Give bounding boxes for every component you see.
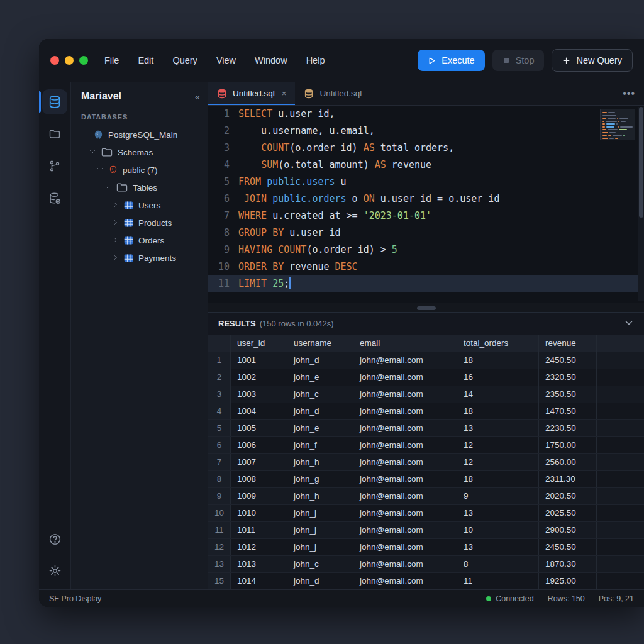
gear-icon[interactable] [42,558,67,583]
cell-email[interactable]: john@email.com [353,556,457,572]
cell-revenue[interactable]: 2450.50 [539,352,597,369]
cell-revenue[interactable]: 2320.50 [539,369,597,386]
code-line-10[interactable]: 10ORDER BY revenue DESC [208,258,644,275]
tab-1[interactable]: Untitled.sql× [208,82,295,105]
result-row-13[interactable]: 131013john_cjohn@email.com81870.30 [208,556,644,573]
code-line-1[interactable]: 1SELECT u.user_id, [208,106,644,123]
cell-username[interactable]: john_d [287,352,353,369]
chevron-down-icon[interactable] [89,148,96,157]
cell-username[interactable]: john_j [287,539,353,555]
result-row-12[interactable]: 121012john_jjohn@email.com132450.50 [208,539,644,556]
branch-icon[interactable] [42,153,67,179]
result-row-4[interactable]: 41004john_djohn@email.com181470.50 [208,403,644,420]
menu-edit[interactable]: Edit [138,55,153,65]
cell-user_id[interactable]: 1013 [231,556,287,572]
editor-scrollbar-thumb[interactable] [639,107,643,218]
cell-revenue[interactable]: 2900.50 [539,522,597,538]
cell-total_orders[interactable]: 14 [457,386,539,402]
cell-total_orders[interactable]: 8 [457,556,539,572]
cell-username[interactable]: john_h [287,454,353,470]
cell-revenue[interactable]: 2311.30 [539,471,597,487]
code-line-4[interactable]: 4 SUM(o.total_amount) AS revenue [208,157,644,174]
cell-username[interactable]: john_j [287,505,353,521]
chevron-right-icon[interactable] [111,254,119,262]
editor-scrollbar[interactable] [638,107,644,301]
cell-email[interactable]: john@email.com [353,437,457,453]
cell-total_orders[interactable]: 13 [457,505,539,521]
menu-help[interactable]: Help [306,55,325,65]
cell-email[interactable]: john@email.com [353,539,457,555]
cell-revenue[interactable]: 2020.50 [539,488,597,504]
column-header-total_orders[interactable]: total_orders [457,335,539,352]
result-row-2[interactable]: 21002john_ejohn@email.com162320.50 [208,369,644,386]
result-row-8[interactable]: 81008john_gjohn@email.com182311.30 [208,471,644,488]
editor-results-splitter[interactable] [208,303,644,313]
menu-file[interactable]: File [104,55,119,65]
result-row-3[interactable]: 31003john_cjohn@email.com142350.50 [208,386,644,403]
cell-total_orders[interactable]: 18 [457,471,539,487]
cell-total_orders[interactable]: 13 [457,539,539,555]
cell-total_orders[interactable]: 11 [457,573,539,589]
code-line-6[interactable]: 6 JOIN public.orders o ON u.user_id = o.… [208,191,644,208]
cell-revenue[interactable]: 2025.50 [539,505,597,521]
menu-view[interactable]: View [216,55,236,65]
column-header-user_id[interactable]: user_id [231,335,287,352]
column-header-revenue[interactable]: revenue [539,335,597,352]
code-line-9[interactable]: 9HAVING COUNT(o.order_id) > 5 [208,242,644,258]
cell-email[interactable]: john@email.com [353,488,457,504]
database-icon[interactable] [42,89,67,114]
cell-total_orders[interactable]: 18 [457,403,539,419]
cell-user_id[interactable]: 1006 [231,437,287,453]
cell-username[interactable]: john_c [287,556,353,572]
cell-user_id[interactable]: 1010 [231,505,287,521]
tree-item-products[interactable]: Products [71,214,208,231]
tree-item-tables[interactable]: Tables [71,179,208,196]
cell-total_orders[interactable]: 12 [457,454,539,470]
cell-user_id[interactable]: 1014 [231,573,287,589]
cell-total_orders[interactable]: 10 [457,522,539,538]
tree-item-postgresql-main[interactable]: PostgreSQL_Main [71,126,208,143]
cell-email[interactable]: john@email.com [353,454,457,470]
chevron-right-icon[interactable] [111,201,119,209]
tree-item-public-7-[interactable]: public (7) [71,161,208,179]
cell-user_id[interactable]: 1007 [231,454,287,470]
cell-email[interactable]: john@email.com [353,420,457,436]
cell-username[interactable]: john_g [287,471,353,487]
code-line-5[interactable]: 5FROM public.users u [208,174,644,191]
cell-revenue[interactable]: 1925.00 [539,573,597,589]
collapse-sidebar-icon[interactable]: « [195,91,199,102]
cell-username[interactable]: john_f [287,437,353,453]
tree-item-orders[interactable]: Orders [71,231,208,249]
cell-username[interactable]: john_d [287,573,353,589]
cell-total_orders[interactable]: 12 [457,437,539,453]
cell-revenue[interactable]: 2560.00 [539,454,597,470]
cell-user_id[interactable]: 1005 [231,420,287,436]
cell-email[interactable]: john@email.com [353,352,457,369]
chevron-down-icon[interactable] [104,183,111,192]
close-tab-icon[interactable]: × [282,89,287,98]
column-header-username[interactable]: username [287,335,353,352]
close-window-button[interactable] [50,56,59,65]
code-line-2[interactable]: 2 u.username, u.email, [208,123,644,140]
result-row-1[interactable]: 11001john_djohn@email.com182450.50 [208,352,644,369]
folder-icon[interactable] [42,121,67,147]
chevron-right-icon[interactable] [111,236,119,245]
cell-revenue[interactable]: 1750.00 [539,437,597,453]
chevron-down-icon[interactable] [96,165,104,174]
result-row-10[interactable]: 101010john_jjohn@email.com132025.50 [208,505,644,522]
cell-revenue[interactable]: 1470.50 [539,403,597,419]
zoom-window-button[interactable] [79,56,88,65]
cell-revenue[interactable]: 2230.50 [539,420,597,436]
menu-window[interactable]: Window [255,55,287,65]
cell-revenue[interactable]: 2450.50 [539,539,597,555]
cell-email[interactable]: john@email.com [353,522,457,538]
cell-user_id[interactable]: 1004 [231,403,287,419]
execute-button[interactable]: Execute [418,50,484,71]
minimize-window-button[interactable] [65,56,74,65]
tab-2[interactable]: Untitled.sql [295,82,370,105]
help-icon[interactable] [42,526,67,552]
result-row-5[interactable]: 51005john_ejohn@email.com132230.50 [208,420,644,437]
code-line-8[interactable]: 8GROUP BY u.user_id [208,225,644,242]
cell-user_id[interactable]: 1002 [231,369,287,386]
result-row-11[interactable]: 111011john_jjohn@email.com102900.50 [208,522,644,539]
